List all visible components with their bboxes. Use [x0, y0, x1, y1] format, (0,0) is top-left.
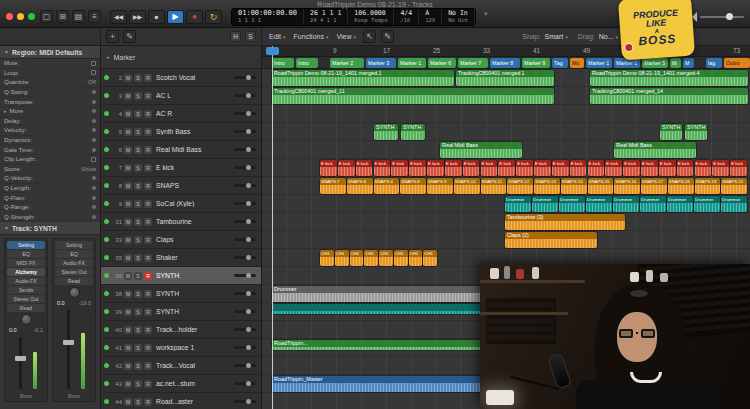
strip-slot-setting[interactable]: Setting [55, 241, 93, 249]
strip-slot-audio-fx[interactable]: Audio FX [55, 259, 93, 267]
param-knob[interactable] [92, 186, 96, 190]
region[interactable]: Drummer [559, 196, 585, 212]
region[interactable]: SNAPS.15 [588, 178, 614, 194]
record-enable-button[interactable]: R [144, 398, 152, 406]
track-power-dot[interactable] [104, 237, 109, 242]
track-row[interactable]: 6MSRReal Midi Bass [101, 141, 261, 159]
add-track-icon[interactable]: + [106, 30, 119, 43]
mute-button[interactable]: M [124, 236, 132, 244]
track-power-dot[interactable] [104, 273, 109, 278]
region[interactable]: Drummer [532, 196, 558, 212]
region[interactable]: SNAPS.18 [668, 178, 694, 194]
lcd-segment[interactable]: 26 1 1 124 4 1 1 [304, 9, 348, 25]
track-power-dot[interactable] [104, 399, 109, 404]
track-power-dot[interactable] [104, 111, 109, 116]
region[interactable]: Drummer [694, 196, 720, 212]
param-knob[interactable] [92, 196, 96, 200]
inspector-row[interactable]: Gate Time: [0, 145, 100, 155]
track-power-dot[interactable] [104, 345, 109, 350]
track-volume-slider[interactable] [234, 76, 256, 79]
solo-button[interactable]: S [134, 200, 142, 208]
region[interactable]: Drummer [505, 196, 531, 212]
track-volume-slider[interactable] [234, 148, 256, 151]
mute-button[interactable]: M [124, 272, 132, 280]
marker-region[interactable]: Tag [552, 58, 568, 68]
pencil-tool-icon[interactable]: ✎ [381, 30, 394, 43]
region[interactable]: SNAPS.14 [561, 178, 587, 194]
region[interactable]: Drummer [272, 286, 487, 302]
mute-button[interactable]: M [124, 110, 132, 118]
track-power-dot[interactable] [104, 255, 109, 260]
param-knob[interactable] [92, 205, 96, 209]
region[interactable]: E kick [570, 160, 587, 176]
param-knob[interactable] [92, 109, 96, 113]
param-value[interactable]: Show [81, 166, 96, 172]
region[interactable]: SNAPS.10 [454, 178, 480, 194]
solo-button[interactable]: S [134, 326, 142, 334]
inspector-row[interactable]: Q-Velocity: [0, 174, 100, 184]
region[interactable]: Claps (2) [505, 232, 597, 248]
region[interactable]: E kick [623, 160, 640, 176]
inspector-row[interactable]: Quantize:Off [0, 78, 100, 88]
mute-button[interactable]: M [124, 200, 132, 208]
region[interactable]: Tambourine (3) [505, 214, 625, 230]
lcd-caret-icon[interactable]: ▾ [481, 10, 491, 18]
mute-button[interactable]: M [124, 344, 132, 352]
lcd-segment[interactable]: 4/4/16 [394, 9, 419, 25]
mute-button[interactable]: M [124, 92, 132, 100]
library-icon[interactable]: ⊞ [56, 10, 69, 23]
region[interactable]: E kick [320, 160, 337, 176]
solo-button[interactable]: S [134, 74, 142, 82]
marker-region[interactable]: Marker 8 [490, 58, 520, 68]
region[interactable]: E kick [391, 160, 408, 176]
snap-menu[interactable]: Snap: Smart ▾ [522, 33, 567, 40]
lcd[interactable]: 01:00:00:00.001 1 1 126 1 1 124 4 1 1106… [231, 8, 476, 26]
toolbar-icon[interactable]: ≡ [88, 10, 101, 23]
region[interactable]: Drummer [613, 196, 639, 212]
region[interactable]: E kick [552, 160, 569, 176]
param-value[interactable]: Off [88, 79, 96, 85]
inspector-row[interactable]: Q-Range: [0, 203, 100, 213]
lcd-segment[interactable]: No InNo Out [442, 9, 475, 25]
strip-slot-sends[interactable]: Sends [7, 286, 45, 294]
solo-button[interactable]: S [134, 92, 142, 100]
track-power-dot[interactable] [104, 75, 109, 80]
fader-knob[interactable] [63, 340, 74, 345]
track-row[interactable]: 43MSRac.net...stum [101, 375, 261, 393]
track-volume-slider[interactable] [234, 292, 256, 295]
inspector-row[interactable]: Loop: [0, 69, 100, 79]
region[interactable]: E kick [677, 160, 694, 176]
region[interactable]: E kick [356, 160, 373, 176]
track-volume-slider[interactable] [234, 220, 256, 223]
forward-button[interactable]: ▶▶ [129, 10, 146, 24]
record-enable-button[interactable]: R [144, 326, 152, 334]
close-window-button[interactable] [6, 13, 13, 20]
inspector-row[interactable]: Score:Show [0, 165, 100, 175]
region[interactable]: RoadTrippin Demo 08-21-19_1401 merged.4 [590, 70, 748, 86]
track-volume-slider[interactable] [234, 166, 256, 169]
solo-button[interactable]: S [134, 254, 142, 262]
param-knob[interactable] [92, 90, 96, 94]
region[interactable]: SNAPS.7 [320, 178, 346, 194]
stop-button[interactable]: ■ [148, 10, 165, 24]
mute-button[interactable]: M [124, 362, 132, 370]
track-power-dot[interactable] [104, 201, 109, 206]
region[interactable]: TrackingC800401 merged_11 [272, 88, 554, 104]
track-row[interactable]: 41MSRworkspace 1 [101, 339, 261, 357]
marker-region[interactable]: Marker 2 [330, 58, 364, 68]
pan-knob[interactable] [69, 287, 80, 298]
param-knob[interactable] [92, 138, 96, 142]
param-checkbox[interactable] [91, 157, 96, 162]
mute-button[interactable]: M [124, 398, 132, 406]
track-row[interactable]: 3MSRAC L [101, 87, 261, 105]
region[interactable]: SNAPS.4 [374, 178, 400, 194]
track-row[interactable]: 35MSRShaker [101, 249, 261, 267]
mute-button[interactable]: M [124, 290, 132, 298]
record-enable-button[interactable]: R [144, 236, 152, 244]
volume-knob[interactable] [726, 13, 733, 20]
strip-slot-alchemy[interactable]: Alchemy [7, 268, 45, 276]
solo-button[interactable]: S [134, 146, 142, 154]
region[interactable]: E kick [338, 160, 355, 176]
strip-slot-midi-fx[interactable]: MIDI FX [7, 259, 45, 267]
param-knob[interactable] [92, 215, 96, 219]
